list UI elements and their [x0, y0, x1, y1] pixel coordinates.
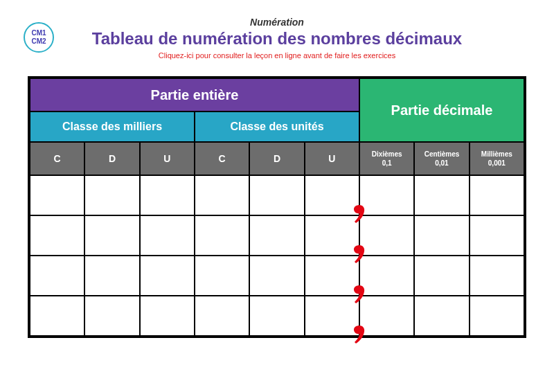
cell [249, 175, 304, 215]
badge-line1: CM1 [31, 29, 46, 37]
numeration-table: Partie entière Partie décimale Classe de… [28, 76, 526, 338]
cell [140, 256, 195, 296]
col-tenths-label: Dixièmes [360, 150, 413, 159]
header-units-class: Classe des unités [195, 112, 359, 142]
cell [140, 296, 195, 336]
col-thousandths-val: 0,001 [470, 159, 524, 168]
cell [470, 256, 524, 296]
cell [470, 296, 524, 336]
cell [195, 296, 249, 336]
cell [414, 215, 469, 256]
col-tenths: Dixièmes 0,1 [359, 142, 414, 175]
decimal-comma-icon [352, 284, 367, 305]
cell [359, 296, 414, 336]
col-units-u: U [305, 142, 359, 175]
col-units-c: C [195, 142, 249, 175]
cell [470, 175, 524, 215]
cell [470, 215, 524, 256]
col-thousands-d: D [84, 142, 139, 175]
col-hundredths-val: 0,01 [415, 159, 468, 168]
cell [140, 175, 195, 215]
header-thousands-class: Classe des milliers [30, 112, 195, 142]
col-tenths-val: 0,1 [360, 159, 413, 168]
decimal-comma-icon [352, 244, 367, 265]
cell [359, 175, 414, 215]
cell [414, 296, 469, 336]
cell [195, 256, 249, 296]
badge-line2: CM2 [31, 37, 46, 46]
table-row [30, 215, 524, 256]
cell [30, 256, 84, 296]
cell [84, 296, 139, 336]
cell [249, 215, 304, 256]
cell [30, 296, 84, 336]
table-row [30, 175, 524, 215]
table-row [30, 296, 524, 336]
col-thousandths-label: Millièmes [470, 150, 524, 159]
cell [195, 215, 249, 256]
col-thousandths: Millièmes 0,001 [470, 142, 524, 175]
header: Numération Tableau de numération des nom… [28, 17, 526, 60]
col-hundredths: Centièmes 0,01 [414, 142, 469, 175]
col-thousands-c: C [30, 142, 84, 175]
cell [30, 215, 84, 256]
cell [359, 215, 414, 256]
page-title: Tableau de numération des nombres décima… [28, 29, 526, 48]
supertitle: Numération [28, 17, 526, 28]
cell [414, 175, 469, 215]
cell-units-u [305, 175, 359, 215]
col-thousands-u: U [140, 142, 195, 175]
lesson-link[interactable]: Cliquez-ici pour consulter la leçon en l… [28, 51, 526, 60]
col-units-d: D [249, 142, 304, 175]
cell [249, 296, 304, 336]
table-row [30, 256, 524, 296]
header-integer-part: Partie entière [30, 78, 359, 112]
cell [249, 256, 304, 296]
cell [30, 175, 84, 215]
cell [84, 215, 139, 256]
cell [84, 175, 139, 215]
cell [84, 256, 139, 296]
grade-badge: CM1 CM2 [24, 22, 54, 53]
decimal-comma-icon [352, 324, 367, 345]
cell [414, 256, 469, 296]
col-hundredths-label: Centièmes [415, 150, 468, 159]
cell [359, 256, 414, 296]
cell [140, 215, 195, 256]
decimal-comma-icon [352, 204, 367, 224]
cell [195, 175, 249, 215]
header-decimal-part: Partie décimale [359, 78, 524, 142]
